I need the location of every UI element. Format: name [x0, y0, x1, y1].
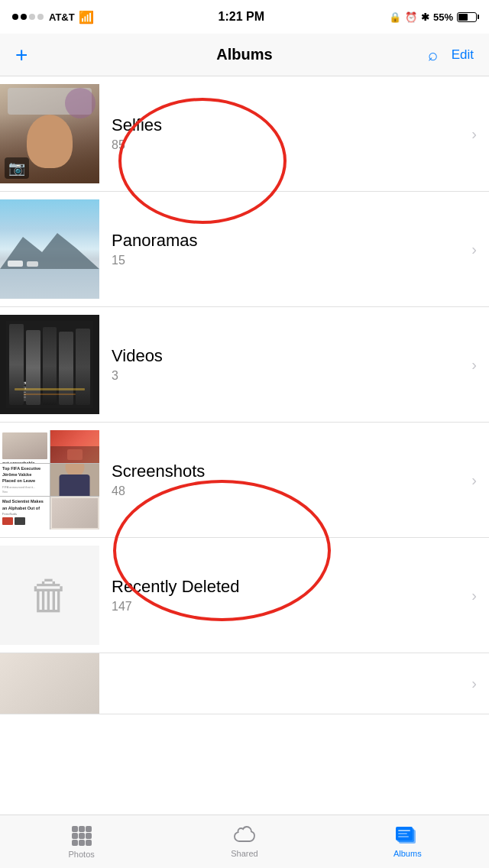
shared-tab-icon — [233, 826, 256, 846]
album-info-videos: Videos 3 — [112, 346, 465, 383]
album-count-recently-deleted: 147 — [112, 600, 465, 614]
albums-icon-svg — [396, 826, 420, 847]
album-item-recently-deleted[interactable]: 🗑 Recently Deleted 147 › — [0, 538, 489, 653]
album-item-panoramas[interactable]: Panoramas 15 › — [0, 192, 489, 307]
carrier-name: AT&T — [49, 11, 75, 23]
tab-photos-label: Photos — [69, 850, 95, 859]
signal-dot-2 — [21, 14, 27, 20]
battery-indicator — [457, 12, 477, 22]
album-name-selfies: Selfies — [112, 115, 465, 135]
tab-shared[interactable]: Shared — [163, 826, 325, 858]
status-right: 🔒 ⏰ ✱ 55% — [389, 11, 477, 23]
cloud-icon-svg — [233, 826, 256, 846]
chevron-icon-panoramas: › — [471, 241, 477, 258]
page-title: Albums — [216, 46, 272, 63]
chevron-icon-selfies: › — [471, 125, 477, 143]
album-info-panoramas: Panoramas 15 — [112, 231, 465, 267]
svg-rect-13 — [398, 830, 410, 831]
edit-button[interactable]: Edit — [452, 47, 474, 63]
album-name-panoramas: Panoramas — [112, 231, 465, 251]
tab-shared-label: Shared — [231, 849, 257, 858]
album-info-selfies: Selfies 85 — [112, 115, 465, 152]
album-thumb-selfies: 📷 — [0, 84, 99, 183]
add-button[interactable]: + — [15, 43, 76, 67]
status-left: AT&T 📶 — [12, 10, 94, 24]
album-item-selfies[interactable]: 📷 Selfies 85 › — [0, 76, 489, 192]
nav-right-actions: ⌕ Edit — [413, 45, 474, 65]
chevron-icon-videos: › — [471, 356, 477, 374]
album-name-recently-deleted: Recently Deleted — [112, 577, 465, 597]
search-button[interactable]: ⌕ — [428, 45, 438, 65]
album-count-panoramas: 15 — [112, 254, 465, 267]
status-time: 1:21 PM — [219, 10, 264, 24]
tab-albums[interactable]: Albums — [326, 826, 489, 858]
chevron-icon-screenshots: › — [471, 471, 477, 489]
battery-outer — [457, 12, 477, 22]
album-count-videos: 3 — [112, 369, 465, 383]
svg-rect-2 — [79, 826, 85, 832]
album-info-recently-deleted: Recently Deleted 147 — [112, 577, 465, 614]
svg-rect-15 — [398, 836, 409, 837]
wifi-icon: 📶 — [79, 10, 94, 24]
status-bar: AT&T 📶 1:21 PM 🔒 ⏰ ✱ 55% — [0, 0, 489, 34]
nav-bar: + Albums ⌕ Edit — [0, 34, 489, 76]
battery-percent: 55% — [433, 11, 453, 23]
svg-rect-7 — [72, 840, 78, 846]
album-item-videos[interactable]: 🎬 Videos 3 › — [0, 307, 489, 423]
photos-tab-icon — [71, 825, 92, 847]
camera-icon: 📷 — [5, 157, 29, 179]
signal-dot-3 — [29, 14, 35, 20]
album-name-screenshots: Screenshots — [112, 462, 465, 481]
tab-photos[interactable]: Photos — [0, 825, 163, 859]
svg-rect-8 — [79, 840, 85, 846]
album-thumb-partial — [0, 653, 99, 714]
svg-rect-3 — [86, 826, 92, 832]
albums-list: 📷 Selfies 85 › P — [0, 76, 489, 815]
alarm-icon: ⏰ — [405, 11, 417, 23]
battery-fill — [458, 14, 468, 21]
album-item-screenshots[interactable]: out unreachable Director Baltasar Korm..… — [0, 423, 489, 538]
svg-rect-4 — [72, 833, 78, 839]
photos-icon-svg — [71, 825, 92, 847]
tab-albums-label: Albums — [393, 849, 422, 858]
lock-icon: 🔒 — [389, 11, 401, 23]
svg-rect-14 — [398, 833, 407, 834]
album-thumb-screenshots: out unreachable Director Baltasar Korm..… — [0, 430, 99, 530]
album-thumb-panoramas — [0, 199, 99, 299]
album-count-selfies: 85 — [112, 138, 465, 152]
album-info-screenshots: Screenshots 48 — [112, 462, 465, 498]
album-count-screenshots: 48 — [112, 484, 465, 498]
chevron-icon-partial: › — [471, 675, 477, 692]
chevron-icon-recently-deleted: › — [471, 587, 477, 604]
albums-tab-icon — [396, 826, 419, 846]
svg-rect-1 — [72, 826, 78, 832]
bluetooth-icon: ✱ — [421, 11, 429, 23]
album-item-partial[interactable]: › — [0, 653, 489, 714]
signal-dot-4 — [37, 14, 44, 20]
svg-rect-6 — [86, 833, 92, 839]
album-name-videos: Videos — [112, 346, 465, 366]
tab-bar: Photos Shared Albums — [0, 815, 489, 868]
svg-rect-9 — [86, 840, 92, 846]
svg-rect-5 — [79, 833, 85, 839]
album-thumb-recently-deleted: 🗑 — [0, 546, 99, 645]
album-thumb-videos: 🎬 — [0, 315, 99, 414]
signal-strength — [12, 14, 44, 20]
signal-dot-1 — [12, 14, 18, 20]
trash-icon: 🗑 — [29, 572, 70, 619]
